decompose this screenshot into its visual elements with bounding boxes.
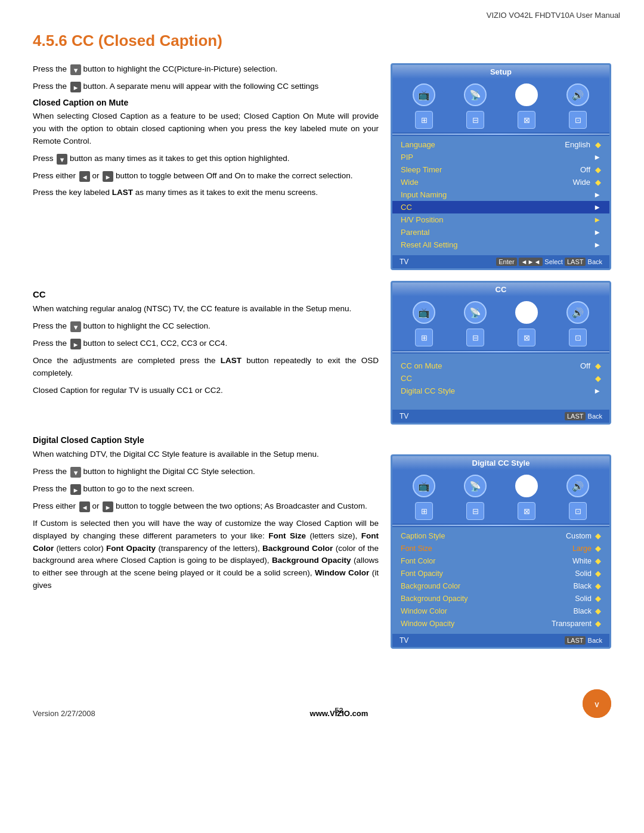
cc-mute-p1: When selecting Closed Caption as a featu… — [33, 110, 379, 148]
select-icon: ◄►◄ — [519, 258, 543, 266]
dcc-footer-left: TV — [400, 636, 408, 645]
button-icon-1: ▼ — [70, 64, 80, 74]
cc-p4: Once the adjustments are completed press… — [33, 355, 379, 380]
dcc-icon-gear-c: ⚙ — [515, 475, 538, 497]
svg-text:V: V — [595, 701, 599, 708]
cc-icon-gear-c: ⚙ — [515, 301, 538, 324]
dcc-icons-bottom: ⊞ ⊟ ⊠ ⊡ — [392, 500, 609, 524]
dcc-btn-3: ◄ — [79, 501, 89, 511]
cc-p2: Press the ▼ button to highlight the CC s… — [33, 320, 379, 333]
cc-button-icon-1: ▼ — [70, 321, 80, 331]
digital-cc-section: Digital Closed Caption Style When watchi… — [33, 435, 611, 649]
setup-icon-tv-circle: 📺 — [413, 83, 435, 106]
dcc-row-window-color: Window Color Black ◆ — [392, 605, 609, 617]
top-section: Press the ▼ button to highlight the CC(P… — [33, 63, 611, 270]
setup-title-bar: Setup — [392, 65, 609, 79]
cc-left: CC When watching regular analog (NTSC) T… — [33, 281, 379, 425]
dcc-footer: TV LAST Back — [392, 633, 609, 647]
dcc-title-bar: Digital CC Style — [392, 456, 609, 470]
setup-row-wide: Wide Wide ◆ — [392, 176, 609, 188]
cc-mute-p3: Press either ◄ or ► button to toggle bet… — [33, 170, 379, 182]
cc-footer-right: LAST Back — [565, 413, 602, 420]
svg-text:►: ► — [105, 504, 112, 511]
cc-icons-bottom: ⊞ ⊟ ⊠ ⊡ — [392, 326, 609, 350]
cc-heading: CC — [33, 289, 379, 299]
intro-p2: Press the ► button. A separate menu will… — [33, 80, 379, 93]
setup-icon-sound: 🔊 — [566, 83, 589, 106]
setup-row-hv: H/V Position ► — [392, 213, 609, 226]
dcc-p4: Press either ◄ or ► button to toggle bet… — [33, 500, 379, 513]
dcc-btn-1: ▼ — [70, 467, 80, 476]
main-content: 4.5.6 CC (Closed Caption) Press the ▼ bu… — [0, 26, 644, 673]
setup-row-language: Language English ◆ — [392, 138, 609, 151]
dcc-menu-body: Caption Style Custom ◆ Font Size Large ◆ — [392, 527, 609, 633]
dcc-p2: Press the ▼ button to highlight the Digi… — [33, 466, 379, 478]
svg-text:►: ► — [72, 341, 79, 348]
digital-cc-screenshot-container: Digital CC Style 📺 📡 ⚙ 🔊 — [391, 448, 611, 649]
setup-icon-gear: ⚙ — [515, 83, 538, 106]
dcc-p3: Press the ► button to go to the next scr… — [33, 483, 379, 496]
setup-icons-bottom: ⊞ ⊟ ⊠ ⊡ — [392, 109, 609, 132]
setup-icon-antenna-circle: 📡 — [464, 83, 487, 106]
dcc-btn-4: ► — [103, 501, 112, 511]
svg-text:►: ► — [72, 487, 79, 494]
setup-menu-body: Language English ◆ PIP ► Sleep Timer Of — [392, 136, 609, 255]
cc-icon-tv-c: 📺 — [413, 301, 435, 324]
setup-screenshot: Setup 📺 📡 ⚙ 🔊 ⊞ — [391, 63, 611, 270]
setup-row-input-naming: Input Naming ► — [392, 188, 609, 201]
cc-row-mute: CC on Mute Off ◆ — [392, 360, 609, 372]
cc-mute-heading: Closed Caption on Mute — [33, 98, 379, 107]
cc-mute-p4: Press the key labeled LAST as many times… — [33, 187, 379, 199]
vizio-logo: V — [583, 689, 611, 718]
cc-icons-top: 📺 📡 ⚙ 🔊 — [392, 296, 609, 326]
dcc-icon-s2: ⊟ — [466, 502, 484, 520]
dcc-btn-2: ► — [70, 484, 80, 494]
setup-row-cc: CC ► — [392, 201, 609, 213]
cc-icon-antenna-c: 📡 — [464, 301, 487, 324]
left-intro: Press the ▼ button to highlight the CC(P… — [33, 63, 379, 270]
svg-text:◄: ◄ — [81, 504, 88, 511]
cc-row-cc: CC ◆ — [392, 372, 609, 385]
setup-icons-top: 📺 📡 ⚙ 🔊 — [392, 79, 609, 109]
dcc-icon-tv: 📺 — [413, 475, 435, 497]
cc-icon-gear: ⚙ — [515, 301, 538, 324]
button-icon-5: ► — [103, 171, 112, 181]
button-icon-4: ◄ — [79, 171, 89, 181]
digital-cc-left: When watching DTV, the Digital CC Style … — [33, 448, 379, 649]
cc-screenshot-container: CC 📺 📡 ⚙ 🔊 ⊞ ⊟ — [391, 281, 611, 425]
dcc-icon-s1: ⊞ — [415, 502, 433, 520]
svg-text:▼: ▼ — [72, 469, 79, 476]
dcc-icon-sound-c: 🔊 — [566, 475, 589, 497]
intro-p1: Press the ▼ button to highlight the CC(P… — [33, 63, 379, 76]
dcc-row-font-color: Font Color White ◆ — [392, 555, 609, 567]
setup-footer-left: TV — [400, 258, 408, 266]
dcc-row-window-opacity: Window Opacity Transparent ◆ — [392, 617, 609, 630]
svg-text:▼: ▼ — [72, 67, 79, 74]
setup-icon-tv: 📺 — [413, 83, 435, 106]
digital-cc-screenshot: Digital CC Style 📺 📡 ⚙ 🔊 — [391, 454, 611, 649]
cc-footer: TV LAST Back — [392, 409, 609, 423]
page-footer: Version 2/27/2008 53 www.VIZIO.com V — [0, 679, 644, 730]
dcc-row-caption-style: Caption Style Custom ◆ — [392, 529, 609, 542]
setup-icon-s3: ⊠ — [518, 111, 535, 129]
setup-icon-sound-circle: 🔊 — [566, 83, 589, 106]
svg-text:▼: ▼ — [59, 156, 66, 163]
setup-icon-antenna: 📡 — [464, 83, 487, 106]
dcc-divider — [392, 525, 609, 526]
dcc-icons-top: 📺 📡 ⚙ 🔊 — [392, 470, 609, 500]
dcc-row-font-size: Font Size Large ◆ — [392, 542, 609, 555]
cc-p5: Closed Caption for regular TV is usually… — [33, 385, 379, 397]
dcc-icon-s3: ⊠ — [518, 502, 535, 520]
dcc-icon-gear: ⚙ — [515, 475, 538, 497]
dcc-icon-antenna-c: 📡 — [464, 475, 487, 497]
last-icon-dcc: LAST — [565, 636, 586, 645]
setup-divider — [392, 134, 609, 135]
digital-cc-cols: When watching DTV, the Digital CC Style … — [33, 448, 611, 649]
dcc-footer-right: LAST Back — [565, 637, 602, 644]
button-icon-2: ► — [70, 82, 80, 91]
setup-row-reset: Reset All Setting ► — [392, 239, 609, 251]
cc-icon-antenna: 📡 — [464, 301, 487, 324]
setup-footer-right: Enter ◄►◄ Select LAST Back — [496, 258, 602, 265]
cc-icon-sound-c: 🔊 — [566, 301, 589, 324]
manual-title: VIZIO VO42L FHDTV10A User Manual — [487, 11, 620, 20]
